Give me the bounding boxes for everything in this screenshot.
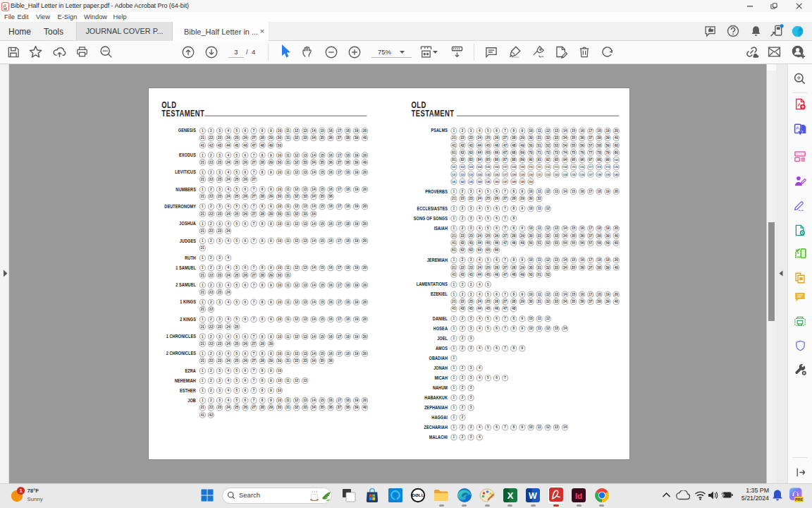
svg-text:27: 27 bbox=[503, 266, 508, 270]
svg-text:3: 3 bbox=[219, 335, 221, 339]
svg-text:48: 48 bbox=[512, 307, 516, 310]
svg-text:24: 24 bbox=[226, 325, 230, 329]
svg-text:9: 9 bbox=[270, 129, 272, 133]
svg-text:1: 1 bbox=[202, 379, 204, 382]
svg-text:4: 4 bbox=[227, 399, 229, 402]
svg-text:JOSHUA: JOSHUA bbox=[179, 222, 196, 226]
svg-text:24: 24 bbox=[226, 229, 230, 233]
svg-text:19: 19 bbox=[355, 352, 359, 356]
svg-text:3: 3 bbox=[470, 425, 472, 429]
svg-text:15: 15 bbox=[320, 239, 324, 243]
svg-text:17: 17 bbox=[338, 205, 342, 208]
svg-text:1 CHRONICLES: 1 CHRONICLES bbox=[166, 334, 196, 339]
svg-text:21: 21 bbox=[452, 234, 456, 238]
svg-text:13: 13 bbox=[555, 425, 559, 429]
svg-text:Id: Id bbox=[575, 492, 582, 500]
svg-text:6: 6 bbox=[245, 379, 247, 382]
svg-text:13: 13 bbox=[303, 352, 307, 356]
svg-text:32: 32 bbox=[546, 300, 550, 303]
svg-text:23: 23 bbox=[218, 406, 222, 409]
svg-text:3: 3 bbox=[219, 318, 221, 321]
svg-text:27: 27 bbox=[252, 406, 256, 409]
svg-text:74: 74 bbox=[563, 151, 567, 155]
svg-text:10: 10 bbox=[529, 129, 533, 133]
svg-text:102: 102 bbox=[460, 166, 465, 169]
svg-text:3: 3 bbox=[470, 366, 472, 370]
svg-text:36: 36 bbox=[329, 195, 333, 198]
svg-text:1: 1 bbox=[453, 293, 455, 296]
svg-text:18: 18 bbox=[346, 222, 350, 226]
svg-text:146: 146 bbox=[495, 181, 499, 183]
svg-text:1: 1 bbox=[202, 256, 204, 260]
svg-text:48: 48 bbox=[261, 144, 265, 147]
svg-text:14: 14 bbox=[312, 318, 316, 321]
svg-text:29: 29 bbox=[520, 300, 524, 303]
svg-text:34: 34 bbox=[312, 359, 316, 363]
svg-text:MALACHI: MALACHI bbox=[429, 435, 448, 440]
svg-text:23: 23 bbox=[218, 212, 222, 216]
svg-text:13: 13 bbox=[303, 379, 307, 382]
svg-text:10: 10 bbox=[529, 327, 533, 330]
svg-text:36: 36 bbox=[329, 359, 333, 363]
svg-text:4: 4 bbox=[479, 346, 481, 350]
svg-text:OBADIAH: OBADIAH bbox=[429, 356, 448, 361]
svg-text:27: 27 bbox=[252, 195, 256, 198]
svg-text:38: 38 bbox=[597, 136, 601, 140]
svg-text:12: 12 bbox=[546, 317, 550, 320]
svg-text:23: 23 bbox=[218, 195, 222, 198]
svg-text:17: 17 bbox=[338, 266, 342, 270]
svg-text:14: 14 bbox=[312, 129, 316, 133]
svg-text:136: 136 bbox=[580, 174, 584, 176]
svg-text:2: 2 bbox=[462, 190, 464, 193]
svg-text:18: 18 bbox=[346, 266, 350, 270]
svg-text:62: 62 bbox=[460, 248, 465, 252]
svg-text:37: 37 bbox=[589, 136, 593, 140]
svg-text:26: 26 bbox=[495, 197, 499, 200]
svg-text:9: 9 bbox=[270, 389, 272, 392]
svg-text:55: 55 bbox=[572, 241, 576, 245]
svg-text:1: 1 bbox=[453, 346, 455, 350]
svg-text:31: 31 bbox=[286, 406, 290, 409]
svg-text:7: 7 bbox=[504, 293, 506, 296]
svg-text:33: 33 bbox=[303, 136, 307, 140]
svg-text:17: 17 bbox=[589, 226, 593, 230]
svg-text:43: 43 bbox=[469, 144, 474, 147]
svg-text:23: 23 bbox=[218, 274, 222, 277]
svg-text:19: 19 bbox=[606, 258, 610, 262]
svg-text:25: 25 bbox=[486, 197, 491, 200]
svg-text:59: 59 bbox=[606, 241, 610, 245]
svg-text:6: 6 bbox=[496, 190, 498, 193]
svg-text:16: 16 bbox=[329, 188, 333, 191]
svg-text:2: 2 bbox=[210, 335, 212, 339]
svg-text:51: 51 bbox=[538, 241, 542, 245]
svg-text:19: 19 bbox=[606, 129, 610, 133]
svg-text:16: 16 bbox=[329, 154, 333, 157]
svg-text:31: 31 bbox=[286, 136, 290, 140]
svg-text:20: 20 bbox=[363, 352, 367, 356]
svg-text:126: 126 bbox=[495, 174, 499, 176]
svg-text:13: 13 bbox=[303, 318, 307, 321]
svg-text:EXODUS: EXODUS bbox=[179, 153, 196, 157]
svg-text:101: 101 bbox=[452, 166, 456, 169]
svg-text:27: 27 bbox=[503, 234, 508, 238]
svg-text:46: 46 bbox=[495, 307, 499, 310]
svg-text:X: X bbox=[507, 490, 513, 501]
svg-text:14: 14 bbox=[312, 239, 316, 243]
svg-text:29: 29 bbox=[269, 136, 273, 140]
svg-text:51: 51 bbox=[538, 144, 542, 147]
svg-text:7: 7 bbox=[504, 129, 506, 133]
svg-text:11: 11 bbox=[286, 318, 290, 321]
svg-text:81: 81 bbox=[452, 158, 456, 162]
svg-text:PROVERBS: PROVERBS bbox=[425, 189, 448, 193]
svg-text:19: 19 bbox=[355, 222, 359, 226]
svg-text:98: 98 bbox=[597, 158, 601, 162]
svg-text:23: 23 bbox=[218, 229, 222, 233]
svg-text:3: 3 bbox=[470, 190, 472, 193]
svg-text:1: 1 bbox=[202, 171, 204, 174]
svg-text:1: 1 bbox=[453, 396, 455, 399]
svg-text:9: 9 bbox=[522, 425, 524, 429]
svg-text:29: 29 bbox=[520, 197, 524, 200]
svg-text:26: 26 bbox=[243, 136, 247, 140]
svg-text:26: 26 bbox=[243, 178, 247, 181]
svg-text:9: 9 bbox=[270, 352, 272, 356]
